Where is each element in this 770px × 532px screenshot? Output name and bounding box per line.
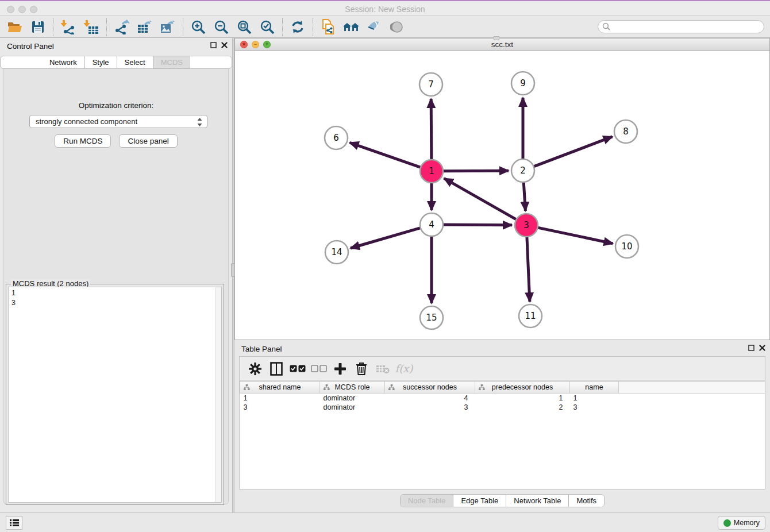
graph-node-4[interactable]: 4 bbox=[420, 213, 443, 236]
node-table: shared nameMCDS rolesuccessor nodesprede… bbox=[240, 381, 765, 412]
column-header-predecessor-nodes[interactable]: predecessor nodes bbox=[475, 381, 570, 394]
graph-edge-4-3[interactable] bbox=[443, 225, 512, 225]
task-history-button[interactable] bbox=[6, 516, 22, 530]
graph-edge-1-6[interactable] bbox=[350, 142, 421, 167]
table-cell[interactable]: 2 bbox=[475, 403, 570, 412]
mcds-result-textarea[interactable]: 13 bbox=[8, 287, 222, 503]
table-cell[interactable]: 1 bbox=[475, 394, 570, 403]
function-builder-icon: f(x) bbox=[395, 360, 413, 377]
table-cell[interactable]: 3 bbox=[570, 403, 619, 412]
toolbar-separator bbox=[53, 18, 53, 36]
zoom-out-icon[interactable] bbox=[211, 18, 231, 36]
svg-text:6: 6 bbox=[333, 133, 339, 143]
zoom-selected-icon[interactable] bbox=[257, 18, 277, 36]
add-column-icon[interactable] bbox=[332, 360, 349, 377]
table-cell[interactable]: dominator bbox=[320, 403, 385, 412]
graph-node-11[interactable]: 11 bbox=[519, 304, 542, 327]
search-field-wrap bbox=[598, 20, 764, 33]
table-panel-float-icon[interactable] bbox=[748, 345, 754, 351]
graph-edge-3-11[interactable] bbox=[527, 237, 530, 302]
toolbar-separator bbox=[106, 18, 107, 36]
import-network-icon[interactable] bbox=[59, 18, 78, 36]
select-all-checkboxes-icon[interactable] bbox=[289, 360, 306, 377]
graph-node-6[interactable]: 6 bbox=[325, 126, 348, 149]
run-mcds-button[interactable]: Run MCDS bbox=[55, 134, 111, 148]
open-session-icon[interactable] bbox=[5, 18, 25, 36]
table-row[interactable]: 1dominator411 bbox=[240, 394, 765, 403]
table-tab-motifs[interactable]: Motifs bbox=[569, 495, 604, 507]
svg-text:1: 1 bbox=[429, 166, 434, 176]
svg-text:4: 4 bbox=[429, 219, 434, 230]
control-tab-mcds[interactable]: MCDS bbox=[153, 56, 190, 68]
graph-edge-1-2[interactable] bbox=[443, 171, 509, 171]
apply-style-icon[interactable] bbox=[364, 18, 384, 36]
toolbar-separator bbox=[313, 18, 313, 36]
svg-text:9: 9 bbox=[520, 78, 526, 88]
control-panel-close-icon[interactable] bbox=[221, 42, 228, 48]
column-layout-icon[interactable] bbox=[268, 360, 285, 377]
save-session-icon[interactable] bbox=[28, 18, 48, 36]
graph-node-2[interactable]: 2 bbox=[511, 159, 534, 182]
column-header-name[interactable]: name bbox=[570, 381, 619, 394]
table-cell[interactable]: 4 bbox=[385, 394, 475, 403]
control-tab-select[interactable]: Select bbox=[117, 56, 153, 68]
table-cell[interactable]: 1 bbox=[240, 394, 320, 403]
column-header-MCDS-role[interactable]: MCDS role bbox=[320, 381, 385, 394]
table-cell[interactable]: 3 bbox=[385, 403, 475, 412]
table-cell[interactable]: 3 bbox=[240, 403, 320, 412]
criterion-select[interactable]: strongly connected component bbox=[29, 115, 207, 128]
control-tab-network[interactable]: Network bbox=[42, 56, 85, 68]
zoom-in-icon[interactable] bbox=[188, 18, 208, 36]
column-header-successor-nodes[interactable]: successor nodes bbox=[385, 381, 475, 394]
criterion-select-value: strongly connected component bbox=[36, 117, 137, 126]
graph-node-7[interactable]: 7 bbox=[419, 73, 442, 96]
control-tab-style[interactable]: Style bbox=[85, 56, 117, 68]
graph-node-15[interactable]: 15 bbox=[420, 306, 443, 329]
graph-node-3[interactable]: 3 bbox=[515, 214, 538, 237]
graph-node-10[interactable]: 10 bbox=[615, 235, 638, 258]
table-tab-edge-table[interactable]: Edge Table bbox=[453, 495, 506, 507]
svg-text:3: 3 bbox=[523, 220, 529, 230]
table-panel-title: Table Panel bbox=[241, 345, 282, 353]
status-bar: Memory bbox=[0, 512, 770, 532]
memory-button[interactable]: Memory bbox=[718, 516, 765, 530]
export-image-icon[interactable] bbox=[158, 18, 178, 36]
network-window-titlebar[interactable]: × − + scc.txt bbox=[235, 38, 769, 51]
graph-edge-2-8[interactable] bbox=[534, 137, 613, 167]
graph-edge-4-14[interactable] bbox=[351, 228, 421, 248]
zoom-fit-icon[interactable] bbox=[234, 18, 254, 36]
graph-edge-3-10[interactable] bbox=[538, 228, 613, 244]
result-scrollbar[interactable] bbox=[215, 287, 221, 502]
duplicate-network-icon[interactable] bbox=[318, 18, 338, 36]
toolbar-separator bbox=[183, 18, 183, 36]
network-canvas-svg[interactable]: 1234678910111415 bbox=[235, 51, 769, 340]
close-panel-button[interactable]: Close panel bbox=[119, 134, 177, 148]
table-row[interactable]: 3dominator323 bbox=[240, 403, 765, 412]
deselect-checkboxes-icon[interactable] bbox=[310, 360, 328, 377]
table-tab-network-table[interactable]: Network Table bbox=[506, 495, 569, 507]
table-cell[interactable]: dominator bbox=[320, 394, 385, 403]
graph-edge-1-7[interactable] bbox=[431, 99, 432, 160]
graph-node-8[interactable]: 8 bbox=[614, 120, 637, 143]
import-table-icon[interactable] bbox=[82, 18, 101, 36]
export-network-icon[interactable] bbox=[112, 18, 132, 36]
home-view-icon[interactable] bbox=[341, 18, 361, 36]
export-table-icon[interactable] bbox=[135, 18, 155, 36]
optimization-criterion-label: Optimization criterion: bbox=[4, 101, 228, 110]
column-header-shared-name[interactable]: shared name bbox=[240, 381, 320, 394]
svg-text:8: 8 bbox=[623, 126, 629, 137]
graph-node-1[interactable]: 1 bbox=[420, 160, 443, 183]
table-cell[interactable]: 1 bbox=[570, 394, 619, 403]
search-input[interactable] bbox=[598, 20, 764, 33]
control-panel-float-icon[interactable] bbox=[210, 42, 217, 48]
table-tab-node-table[interactable]: Node Table bbox=[401, 495, 454, 507]
graph-edge-2-3[interactable] bbox=[523, 182, 525, 211]
horizontal-splitter-grip[interactable] bbox=[494, 36, 499, 40]
graph-node-9[interactable]: 9 bbox=[511, 72, 534, 95]
graph-node-14[interactable]: 14 bbox=[325, 241, 348, 264]
graph-edge-3-1[interactable] bbox=[444, 178, 517, 219]
settings-gear-icon[interactable] bbox=[247, 360, 264, 377]
table-panel-close-icon[interactable] bbox=[759, 345, 765, 351]
delete-column-icon[interactable] bbox=[353, 360, 370, 377]
refresh-icon[interactable] bbox=[288, 18, 307, 36]
